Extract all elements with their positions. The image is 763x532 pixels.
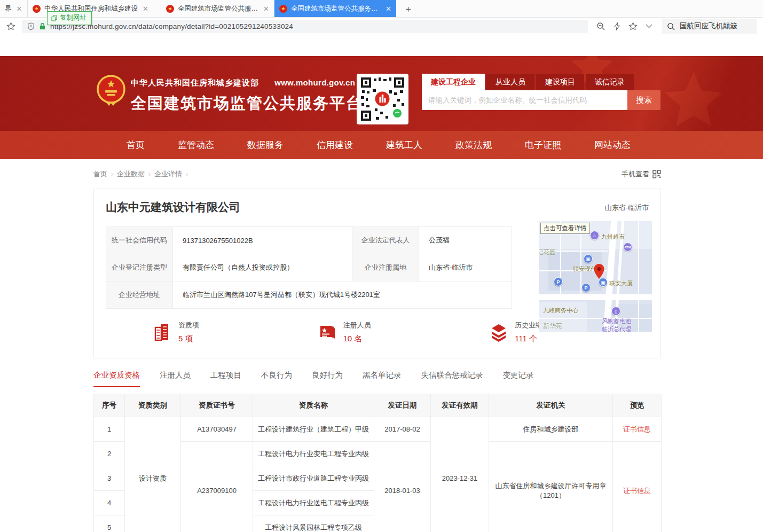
tab-good-behavior[interactable]: 良好行为	[312, 370, 343, 387]
breadcrumb: 首页 › 企业数据 › 企业详情 › 手机查看	[93, 168, 661, 180]
map-tooltip: 点击可查看详情	[540, 223, 590, 234]
keyword-search-input[interactable]	[422, 90, 627, 110]
tab-title: 界	[5, 4, 12, 13]
nav-workers[interactable]: 建筑工人	[369, 139, 439, 151]
mobile-view[interactable]: 手机查看	[622, 169, 661, 179]
stat-historical-performance[interactable]: 历史业绩 111 个	[489, 320, 542, 344]
site-favicon-icon: ★	[33, 5, 41, 13]
tab-bad-behavior[interactable]: 不良行为	[261, 370, 292, 387]
tab-registered-personnel[interactable]: 注册人员	[160, 370, 191, 387]
browser-tab-0[interactable]: 界 ✕	[0, 0, 28, 17]
crumb-company-detail[interactable]: 企业详情	[154, 169, 182, 179]
cert-no: A137030497	[181, 417, 253, 442]
search-tab-project[interactable]: 建设项目	[536, 74, 584, 90]
new-tab-button[interactable]: ＋	[396, 0, 420, 17]
browser-tab-active[interactable]: ★ 全国建筑市场监管公共服务平台 ✕	[274, 0, 396, 17]
legal-rep-value: 公茂福	[419, 227, 512, 254]
tab-dishonesty[interactable]: 失信联合惩戒记录	[421, 370, 483, 387]
reg-place-value: 山东省-临沂市	[419, 254, 512, 281]
issue-date: 2018-01-03	[374, 442, 431, 532]
national-emblem-logo	[96, 74, 126, 109]
tab-title: 全国建筑市场监管公共服务平台	[291, 4, 381, 13]
search-button[interactable]: 搜索	[627, 90, 660, 110]
building-marker-icon: ▣	[584, 254, 593, 263]
tab-blacklist[interactable]: 黑名单记录	[363, 370, 402, 387]
tab-change-records[interactable]: 变更记录	[503, 370, 534, 387]
parking-icon: P	[554, 277, 563, 286]
company-name: 山东中元建筑设计有限公司	[106, 200, 649, 215]
browser-search-text: 国航回应飞机颠簸	[680, 21, 737, 31]
nav-supervision[interactable]: 监管动态	[161, 139, 231, 151]
search-tab-personnel[interactable]: 从业人员	[486, 74, 534, 90]
site-header: 中华人民共和国住房和城乡建设部 www.mohurd.gov.cn 全国建筑市场…	[0, 56, 763, 131]
reg-place-label: 企业注册属地	[352, 254, 419, 281]
qualification-category: 设计资质	[125, 417, 181, 532]
browser-tab-2[interactable]: ★ 全国建筑市场监管公共服务平台 ✕	[161, 0, 274, 17]
company-info-table: 统一社会信用代码 91371302675501022B 企业法定代表人 公茂福 …	[106, 226, 512, 309]
col-name: 资质名称	[253, 394, 374, 417]
qualification-table: 序号 资质类别 资质证书号 资质名称 发证日期 发证有效期 发证机关 预览 1 …	[93, 394, 662, 532]
location-map[interactable]: 点击可查看详情 ⌂ 九州超市 纪花园 ATM ▣ 联安现代城 ▣ 联安大厦 P …	[539, 221, 652, 332]
shield-icon[interactable]	[27, 22, 35, 30]
browser-tab-bar: 界 ✕ ★ 中华人民共和国住房和城乡建设 ✕ ★ 全国建筑市场监管公共服务平台 …	[0, 0, 763, 18]
url-input[interactable]: https://jzsc.mohurd.gov.cn/data/company/…	[22, 20, 588, 33]
copy-url-label: 复制网址	[60, 13, 86, 22]
nav-certificates[interactable]: 电子证照	[508, 139, 578, 151]
copy-icon	[51, 15, 57, 21]
nav-policy[interactable]: 政策法规	[439, 139, 508, 151]
building-marker-icon: ▣	[599, 278, 608, 287]
ministry-name: 中华人民共和国住房和城乡建设部	[131, 78, 259, 87]
lightning-icon[interactable]	[613, 22, 620, 31]
map-label-battery: 风帆蓄电池 临沂总代理	[602, 317, 631, 332]
col-cert-no: 资质证书号	[181, 394, 253, 417]
crumb-separator: ›	[111, 170, 113, 178]
map-road	[638, 221, 639, 332]
company-detail-card: 山东中元建筑设计有限公司 山东省-临沂市 统一社会信用代码 9137130267…	[93, 189, 661, 358]
close-tab-icon[interactable]: ✕	[263, 5, 269, 13]
site-titles: 中华人民共和国住房和城乡建设部 www.mohurd.gov.cn 全国建筑市场…	[131, 78, 363, 114]
search-icon	[667, 22, 675, 30]
certificate-info-link[interactable]: 证书信息	[623, 425, 651, 433]
nav-site-news[interactable]: 网站动态	[578, 139, 647, 151]
nav-data-service[interactable]: 数据服务	[231, 139, 300, 151]
crumb-home[interactable]: 首页	[93, 169, 107, 179]
row-no: 2	[94, 442, 125, 466]
col-authority: 发证机关	[489, 394, 613, 417]
zoom-out-icon[interactable]	[596, 22, 605, 31]
map-label-business-center: 九峰商务中心	[543, 307, 578, 315]
stat-value: 10 名	[343, 334, 371, 344]
search-tab-enterprise[interactable]: 建设工程企业	[422, 74, 485, 90]
battery-marker-icon: ▯	[611, 307, 620, 316]
address-value: 临沂市兰山区陶然路107号星河晶都（联安）现代城1号楼2201室	[173, 281, 512, 309]
cert-no: A237009100	[181, 442, 253, 532]
stat-registered-personnel[interactable]: 注册人员 10 名	[318, 320, 371, 344]
close-tab-icon[interactable]: ✕	[17, 5, 22, 13]
nav-home[interactable]: 首页	[110, 139, 161, 151]
credit-code-value: 91371302675501022B	[173, 227, 352, 254]
stat-value: 111 个	[515, 334, 542, 344]
crumb-company-data[interactable]: 企业数据	[117, 169, 145, 179]
crumb-separator: ›	[186, 170, 188, 178]
detail-tabs: 企业资质资格 注册人员 工程项目 不良行为 良好行为 黑名单记录 失信联合惩戒记…	[93, 370, 661, 387]
site-favicon-icon: ★	[166, 5, 174, 13]
certificate-info-link[interactable]: 证书信息	[623, 487, 651, 495]
close-tab-icon[interactable]: ✕	[386, 5, 391, 13]
nav-credit[interactable]: 信用建设	[300, 139, 369, 151]
search-tab-credit[interactable]: 诚信记录	[586, 74, 634, 90]
bookmark-star-icon[interactable]	[6, 22, 15, 31]
tab-qualifications[interactable]: 企业资质资格	[93, 370, 140, 387]
browser-search-box[interactable]: 国航回应飞机颠簸	[662, 19, 757, 34]
issue-date: 2017-08-02	[374, 417, 431, 442]
qualification-name: 工程设计风景园林工程专项乙级	[253, 515, 374, 532]
mobile-view-label: 手机查看	[622, 169, 649, 179]
tab-projects[interactable]: 工程项目	[210, 370, 241, 387]
qualification-name: 工程设计电力行业送电工程专业丙级	[253, 491, 374, 515]
chevron-down-icon[interactable]	[646, 24, 652, 28]
row-no: 5	[94, 515, 125, 532]
copy-url-tooltip[interactable]: 复制网址	[47, 11, 92, 25]
stat-qualifications[interactable]: 资质项 5 项	[153, 320, 199, 344]
mobile-qr-icon	[652, 170, 661, 178]
favorites-star-icon[interactable]	[628, 22, 638, 31]
close-tab-icon[interactable]: ✕	[143, 5, 148, 13]
main-navigation: 首页 监管动态 数据服务 信用建设 建筑工人 政策法规 电子证照 网站动态	[0, 131, 763, 159]
